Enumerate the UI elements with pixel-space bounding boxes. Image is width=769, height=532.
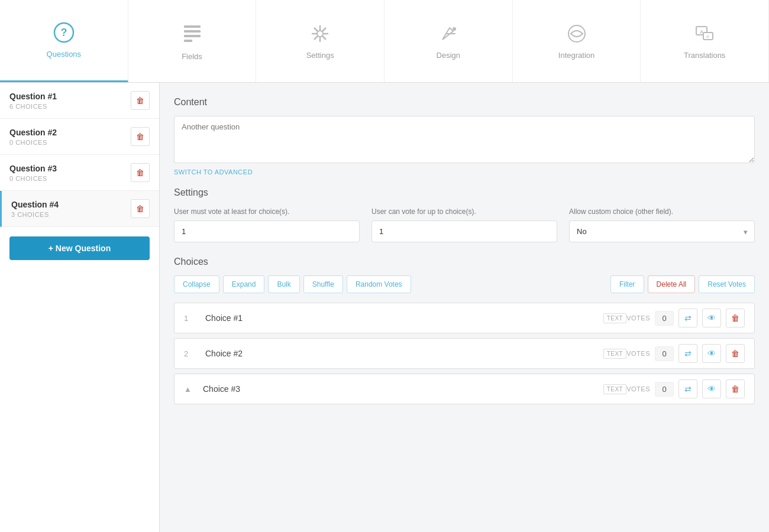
choice1-name: Choice #1 (205, 313, 599, 323)
nav-translations-label: Translations (684, 51, 725, 60)
svg-rect-4 (184, 35, 201, 37)
main-layout: Question #1 6 CHOICES 🗑 Question #2 0 CH… (0, 83, 769, 532)
question3-title: Question #3 (9, 164, 57, 173)
question2-choices: 0 CHOICES (9, 139, 57, 146)
choice2-delete-button[interactable]: 🗑 (726, 344, 745, 363)
nav-item-translations[interactable]: A a Translations (641, 0, 769, 82)
question-text-input[interactable] (174, 116, 755, 163)
max-votes-input[interactable] (371, 220, 557, 242)
delete-all-button[interactable]: Delete All (648, 275, 696, 293)
min-votes-field: User must vote at least for choice(s). (174, 207, 360, 242)
content-section: Content SWITCH TO ADVANCED (174, 97, 755, 187)
custom-choice-field: Allow custom choice (other field). No Ye… (569, 207, 755, 242)
choice3-type-badge: TEXT (603, 384, 627, 394)
choice2-name: Choice #2 (205, 349, 599, 358)
design-icon (438, 23, 459, 46)
reset-votes-button[interactable]: Reset Votes (699, 275, 755, 293)
question3-choices: 0 CHOICES (9, 175, 57, 182)
nav-questions-label: Questions (47, 50, 82, 59)
choice1-number: 1 (184, 314, 198, 323)
integration-icon (566, 23, 587, 46)
max-votes-field: User can vote for up to choice(s). (371, 207, 557, 242)
choice1-actions: VOTES 0 ⇄ 👁 🗑 (626, 309, 745, 327)
switch-to-advanced-link[interactable]: SWITCH TO ADVANCED (174, 168, 253, 176)
bulk-button[interactable]: Bulk (268, 275, 299, 293)
svg-rect-5 (184, 40, 192, 42)
choice2-shuffle-button[interactable]: ⇄ (678, 344, 697, 363)
choice-row-2: 2 Choice #2 TEXT VOTES 0 ⇄ 👁 🗑 (174, 338, 755, 369)
content-area: Content SWITCH TO ADVANCED Settings User… (160, 83, 769, 532)
new-question-button[interactable]: + New Question (9, 236, 150, 260)
custom-choice-select-wrapper: No Yes (569, 220, 755, 242)
nav-integration-label: Integration (558, 51, 594, 60)
settings-icon (309, 23, 331, 46)
shuffle-button[interactable]: Shuffle (303, 275, 343, 293)
filter-button[interactable]: Filter (610, 275, 644, 293)
sidebar-item-question1[interactable]: Question #1 6 CHOICES 🗑 (0, 83, 159, 119)
choice1-visibility-button[interactable]: 👁 (702, 309, 721, 327)
delete-question2-button[interactable]: 🗑 (131, 127, 150, 146)
choices-section: Choices Collapse Expand Bulk Shuffle Ran… (174, 257, 755, 404)
collapse-button[interactable]: Collapse (174, 275, 219, 293)
question1-info: Question #1 6 CHOICES (9, 92, 57, 110)
choice1-shuffle-button[interactable]: ⇄ (678, 309, 697, 327)
choice3-votes-label: VOTES (626, 385, 650, 392)
choice1-delete-button[interactable]: 🗑 (726, 309, 745, 327)
choice2-visibility-button[interactable]: 👁 (702, 344, 721, 363)
choice3-delete-button[interactable]: 🗑 (726, 379, 745, 398)
choice3-visibility-button[interactable]: 👁 (702, 379, 721, 398)
choice1-type-badge: TEXT (603, 313, 627, 323)
choice3-shuffle-button[interactable]: ⇄ (678, 379, 697, 398)
delete-question4-button[interactable]: 🗑 (131, 199, 150, 218)
svg-text:?: ? (60, 27, 67, 38)
content-section-title: Content (174, 97, 755, 108)
question1-title: Question #1 (9, 92, 57, 101)
choices-toolbar-right: Filter Delete All Reset Votes (610, 275, 755, 293)
nav-item-settings[interactable]: Settings (256, 0, 384, 82)
custom-choice-label: Allow custom choice (other field). (569, 207, 755, 216)
choice1-votes-label: VOTES (626, 314, 650, 322)
nav-design-label: Design (437, 51, 460, 60)
question4-info: Question #4 3 CHOICES (11, 200, 59, 218)
min-votes-label: User must vote at least for choice(s). (174, 207, 360, 216)
choice3-actions: VOTES 0 ⇄ 👁 🗑 (626, 379, 745, 398)
svg-point-10 (317, 31, 323, 37)
sidebar-item-question4[interactable]: Question #4 3 CHOICES 🗑 (0, 191, 159, 227)
question4-choices: 3 CHOICES (11, 211, 59, 218)
choice3-votes-count: 0 (655, 382, 674, 397)
delete-question1-button[interactable]: 🗑 (131, 91, 150, 110)
svg-rect-3 (184, 30, 201, 33)
choice2-votes-count: 0 (655, 346, 674, 361)
nav-fields-label: Fields (182, 52, 202, 61)
nav-item-integration[interactable]: Integration (513, 0, 641, 82)
choice-row-3: ▲ Choice #3 TEXT VOTES 0 ⇄ 👁 🗑 (174, 374, 755, 404)
choices-toolbar-left: Collapse Expand Bulk Shuffle Random Vote… (174, 275, 411, 293)
question2-title: Question #2 (9, 128, 57, 137)
sidebar-item-question2[interactable]: Question #2 0 CHOICES 🗑 (0, 119, 159, 155)
choices-toolbar: Collapse Expand Bulk Shuffle Random Vote… (174, 275, 755, 293)
nav-item-questions[interactable]: ? Questions (0, 0, 128, 82)
choice-row-1: 1 Choice #1 TEXT VOTES 0 ⇄ 👁 🗑 (174, 303, 755, 333)
custom-choice-select[interactable]: No Yes (569, 220, 755, 242)
sidebar-item-question3[interactable]: Question #3 0 CHOICES 🗑 (0, 155, 159, 191)
delete-question3-button[interactable]: 🗑 (131, 163, 150, 182)
min-votes-input[interactable] (174, 220, 360, 242)
top-navigation: ? Questions Fields Settings (0, 0, 769, 83)
choice1-votes-count: 0 (655, 311, 674, 326)
choice2-votes-label: VOTES (626, 350, 650, 357)
nav-item-design[interactable]: Design (384, 0, 513, 82)
choice3-arrow: ▲ (184, 385, 196, 394)
settings-row: User must vote at least for choice(s). U… (174, 207, 755, 242)
question-icon: ? (53, 22, 75, 45)
fields-icon (182, 22, 203, 47)
nav-settings-label: Settings (306, 51, 334, 60)
translations-icon: A a (694, 23, 715, 46)
sidebar: Question #1 6 CHOICES 🗑 Question #2 0 CH… (0, 83, 160, 532)
nav-item-fields[interactable]: Fields (128, 0, 257, 82)
svg-point-12 (453, 27, 456, 31)
question2-info: Question #2 0 CHOICES (9, 128, 57, 146)
svg-text:a: a (706, 34, 709, 39)
max-votes-label: User can vote for up to choice(s). (371, 207, 557, 216)
random-votes-button[interactable]: Random Votes (347, 275, 411, 293)
expand-button[interactable]: Expand (223, 275, 265, 293)
